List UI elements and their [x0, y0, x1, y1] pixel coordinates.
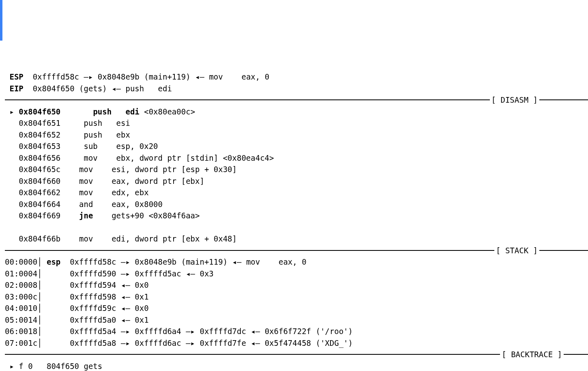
disasm-blank [5, 222, 588, 233]
disasm-row: 0x804f652 push ebx [5, 129, 588, 141]
disasm-row: 0x804f662 mov edx, ebx [5, 187, 588, 198]
disasm-row: 0x804f650 push edi <0x80ea00c> [5, 106, 588, 118]
stack-row: 00:0000│ esp 0xffffd58c 0x8048e9b (main+… [5, 256, 588, 268]
disasm-row: 0x804f651 push esi [5, 117, 588, 129]
stack-row: 02:0008│ 0xffffd594 0x0 [5, 279, 588, 291]
disasm-row: 0x804f656 mov ebx, dword ptr [stdin] <0x… [5, 152, 588, 164]
stack-row: 07:001c│ 0xffffd5a8 0xffffd6ac 0xffffd7f… [5, 337, 588, 349]
disasm-row: 0x804f653 sub esp, 0x20 [5, 140, 588, 152]
stack-row: 01:0004│ 0xffffd590 0xffffd5ac 0x3 [5, 268, 588, 280]
section-stack-header: [ STACK ] [5, 245, 588, 257]
disasm-row: 0x804f65c mov esi, dword ptr [esp + 0x30… [5, 164, 588, 175]
disasm-row: 0x804f660 mov eax, dword ptr [ebx] [5, 175, 588, 187]
register-esp: ESP 0xffffd58c 0x8048e9b (main+119) mov … [5, 71, 588, 83]
disasm-row: 0x804f664 and eax, 0x8000 [5, 198, 588, 210]
disasm-row: 0x804f669 jne gets+90 <0x804f6aa> [5, 210, 588, 222]
stack-row: 04:0010│ 0xffffd59c 0x0 [5, 302, 588, 314]
backtrace-row: f 0 804f650 gets [5, 360, 588, 371]
section-backtrace-header: [ BACKTRACE ] [5, 349, 588, 360]
disasm-row: 0x804f66b mov edi, dword ptr [ebx + 0x48… [5, 233, 588, 245]
stack-row: 06:0018│ 0xffffd5a4 0xffffd6a4 0xffffd7d… [5, 326, 588, 337]
left-accent-bar [0, 0, 2, 41]
section-disasm-header: [ DISASM ] [5, 94, 588, 106]
stack-row: 03:000c│ 0xffffd598 0x1 [5, 291, 588, 303]
register-eip: EIP 0x804f650 (gets) push edi [5, 83, 588, 95]
stack-row: 05:0014│ 0xffffd5a0 0x1 [5, 314, 588, 326]
